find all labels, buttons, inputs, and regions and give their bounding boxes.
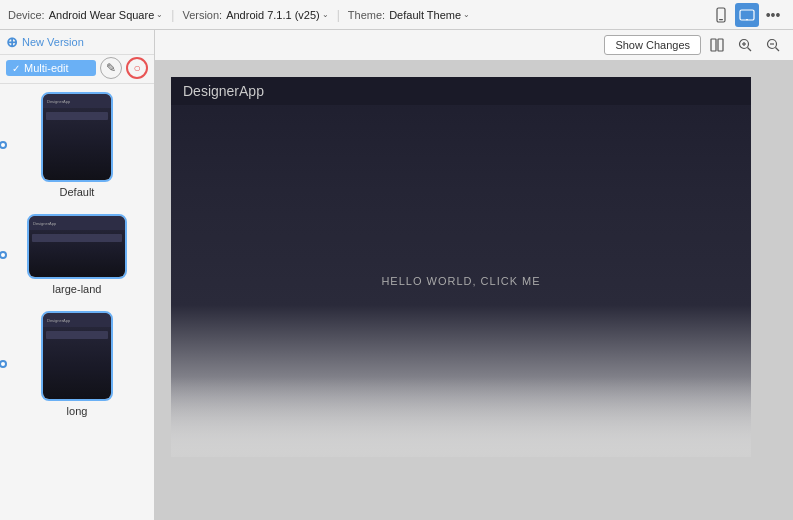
device-header-large-land: DesignerApp xyxy=(29,216,125,230)
theme-dropdown[interactable]: Default Theme ⌄ xyxy=(389,9,470,21)
preview-item-long[interactable]: DesignerApp long xyxy=(7,311,147,417)
main-area: ⊕ New Version ✓ Multi-edit ✎ ○ xyxy=(0,30,793,520)
svg-rect-5 xyxy=(718,39,723,51)
canvas-viewport: DesignerApp HELLO WORLD, CLICK ME xyxy=(155,61,793,520)
device-screen-large-land: DesignerApp xyxy=(29,216,125,277)
panel-layout-button[interactable] xyxy=(705,34,729,56)
overflow-menu-button[interactable]: ••• xyxy=(761,3,785,27)
device-bar-default xyxy=(46,112,108,120)
phone-screen: DesignerApp HELLO WORLD, CLICK ME xyxy=(171,77,751,457)
version-chevron-icon: ⌄ xyxy=(322,10,329,19)
zoom-out-button[interactable] xyxy=(761,34,785,56)
tablet-view-button[interactable] xyxy=(735,3,759,27)
canvas-toolbar: Show Changes xyxy=(155,30,793,61)
phone-app-title: DesignerApp xyxy=(183,83,264,99)
device-frame-large-land: DesignerApp xyxy=(27,214,127,279)
device-header-long: DesignerApp xyxy=(43,313,111,327)
preview-list: DesignerApp Default DesignerApp xyxy=(0,84,154,425)
close-circle-button[interactable]: ○ xyxy=(126,57,148,79)
device-app-title-default: DesignerApp xyxy=(47,99,70,104)
sep1: | xyxy=(171,8,174,22)
pencil-icon: ✎ xyxy=(106,61,116,75)
device-label: Device: xyxy=(8,9,45,21)
theme-name: Default Theme xyxy=(389,9,461,21)
multi-edit-button[interactable]: ✓ Multi-edit xyxy=(6,60,96,76)
svg-rect-1 xyxy=(719,19,723,20)
preview-item-default[interactable]: DesignerApp Default xyxy=(7,92,147,198)
svg-rect-4 xyxy=(711,39,716,51)
multi-edit-label: Multi-edit xyxy=(24,62,69,74)
version-dropdown[interactable]: Android 7.1.1 (v25) ⌄ xyxy=(226,9,329,21)
theme-label: Theme: xyxy=(348,9,385,21)
device-app-title-large-land: DesignerApp xyxy=(33,221,56,226)
preview-label-large-land: large-land xyxy=(53,283,102,295)
top-toolbar: Device: Android Wear Square ⌄ | Version:… xyxy=(0,0,793,30)
phone-preview: DesignerApp HELLO WORLD, CLICK ME xyxy=(171,77,751,457)
device-frame-long: DesignerApp xyxy=(41,311,113,401)
new-version-button[interactable]: ⊕ New Version xyxy=(6,34,84,50)
version-name: Android 7.1.1 (v25) xyxy=(226,9,320,21)
theme-chevron-icon: ⌄ xyxy=(463,10,470,19)
phone-view-button[interactable] xyxy=(709,3,733,27)
connector-dot-large-land xyxy=(0,251,7,259)
new-version-label: New Version xyxy=(22,36,84,48)
sep2: | xyxy=(337,8,340,22)
device-dropdown[interactable]: Android Wear Square ⌄ xyxy=(49,9,164,21)
circle-icon: ○ xyxy=(133,61,140,75)
svg-rect-2 xyxy=(740,10,754,20)
connector-dot-long xyxy=(0,360,7,368)
device-bar-long xyxy=(46,331,108,339)
edit-pencil-button[interactable]: ✎ xyxy=(100,57,122,79)
new-version-row: ⊕ New Version xyxy=(0,30,154,55)
device-screen-long: DesignerApp xyxy=(43,313,111,399)
svg-line-7 xyxy=(748,48,752,52)
device-chevron-icon: ⌄ xyxy=(156,10,163,19)
connector-dot-default xyxy=(0,141,7,149)
svg-line-11 xyxy=(776,48,780,52)
left-panel: ⊕ New Version ✓ Multi-edit ✎ ○ xyxy=(0,30,155,520)
version-label: Version: xyxy=(182,9,222,21)
hello-world-label: HELLO WORLD, CLICK ME xyxy=(381,275,540,287)
device-app-title-long: DesignerApp xyxy=(47,318,70,323)
svg-rect-3 xyxy=(746,19,748,20)
device-frame-default: DesignerApp xyxy=(41,92,113,182)
preview-label-long: long xyxy=(67,405,88,417)
canvas-area: Show Changes xyxy=(155,30,793,520)
multi-edit-row: ✓ Multi-edit ✎ ○ xyxy=(0,55,154,84)
phone-status-bar: DesignerApp xyxy=(171,77,751,105)
checkmark-icon: ✓ xyxy=(12,63,20,74)
toolbar-right-icons: ••• xyxy=(709,3,785,27)
device-bar-large-land xyxy=(32,234,122,242)
plus-icon: ⊕ xyxy=(6,34,18,50)
show-changes-button[interactable]: Show Changes xyxy=(604,35,701,55)
preview-item-large-land[interactable]: DesignerApp large-land xyxy=(7,214,147,295)
phone-bottom-fade xyxy=(171,377,751,457)
device-name: Android Wear Square xyxy=(49,9,155,21)
preview-label-default: Default xyxy=(60,186,95,198)
zoom-in-button[interactable] xyxy=(733,34,757,56)
device-screen-default: DesignerApp xyxy=(43,94,111,180)
overflow-icon: ••• xyxy=(766,7,781,23)
device-header-default: DesignerApp xyxy=(43,94,111,108)
